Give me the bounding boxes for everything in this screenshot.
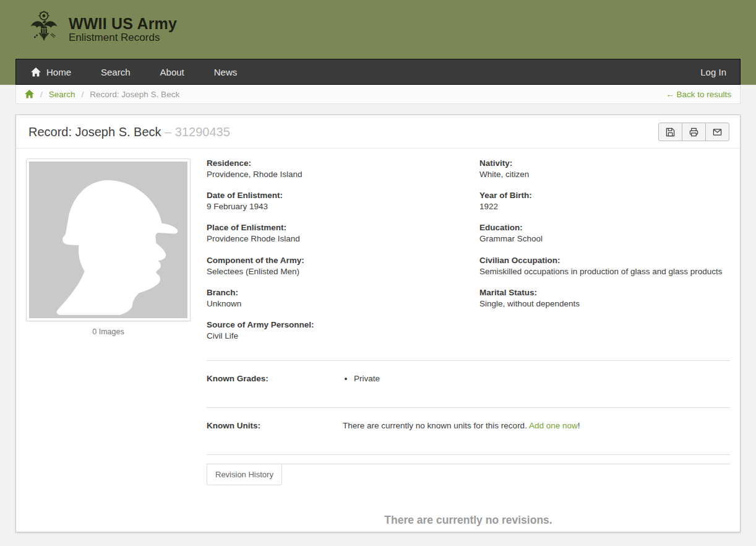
known-units-section: Known Units: There are currently no know… — [207, 408, 730, 446]
image-count-caption: 0 Images — [26, 327, 191, 336]
record-title: Record: Joseph S. Beck — [28, 125, 161, 139]
field-civilian-occupation: Civilian Occupation: Semiskilled occupat… — [479, 256, 730, 277]
breadcrumb-separator: / — [82, 90, 84, 99]
soldier-silhouette-icon — [29, 162, 187, 318]
grade-item: Private — [354, 374, 380, 383]
email-icon — [713, 128, 722, 137]
revision-tab-strip: Revision History — [207, 464, 730, 485]
site-title: WWII US Army — [69, 15, 177, 32]
field-component-of-army: Component of the Army: Selectees (Enlist… — [207, 256, 457, 277]
record-id: – 31290435 — [165, 125, 230, 139]
field-year-of-birth: Year of Birth: 1922 — [479, 191, 730, 212]
field-nativity: Nativity: White, citizen — [479, 158, 730, 180]
site-title-block: WWII US Army Enlistment Records — [69, 15, 177, 44]
known-grades-label: Known Grades: — [207, 374, 343, 383]
record-action-buttons — [658, 123, 729, 141]
nav-label-search: Search — [101, 67, 131, 77]
known-grades-section: Known Grades: Private — [207, 361, 730, 399]
login-button[interactable]: Log In — [687, 59, 740, 84]
add-unit-exclamation: ! — [578, 421, 580, 430]
nav-label-news: News — [214, 67, 238, 77]
save-button[interactable] — [658, 123, 682, 141]
page: WWII US Army Enlistment Records Home Sea… — [0, 0, 756, 546]
site-subtitle: Enlistment Records — [69, 32, 177, 44]
field-education: Education: Grammar School — [479, 223, 730, 245]
nav-item-news[interactable]: News — [199, 59, 252, 84]
record-details: Residence: Providence, Rhode Island Nati… — [207, 158, 730, 527]
nav-item-search[interactable]: Search — [86, 59, 145, 84]
record-card-body: 0 Images Residence: Providence, Rhode Is… — [16, 149, 740, 537]
record-card: Record: Joseph S. Beck – 31290435 — [15, 115, 741, 532]
tab-revision-history[interactable]: Revision History — [207, 464, 282, 485]
breadcrumb-search-link[interactable]: Search — [49, 90, 75, 99]
site-branding: WWII US Army Enlistment Records — [0, 0, 756, 59]
page-title: Record: Joseph S. Beck – 31290435 — [28, 125, 230, 139]
nav-label-home: Home — [46, 67, 71, 77]
email-button[interactable] — [705, 123, 729, 141]
record-card-header: Record: Joseph S. Beck – 31290435 — [16, 115, 740, 149]
known-units-empty-text: There are currently no known units for t… — [343, 421, 527, 430]
nav-item-home[interactable]: Home — [16, 59, 86, 84]
known-units-empty: There are currently no known units for t… — [343, 421, 580, 430]
record-fields: Residence: Providence, Rhode Island Nati… — [207, 158, 730, 352]
breadcrumb-current: Record: Joseph S. Beck — [90, 90, 179, 99]
field-marital-status: Marital Status: Single, without dependen… — [479, 288, 730, 310]
record-image-thumbnail[interactable] — [26, 158, 191, 321]
print-button[interactable] — [682, 123, 706, 141]
army-eagle-seal-icon — [30, 11, 58, 48]
breadcrumb-home-icon[interactable] — [25, 90, 34, 98]
print-icon — [689, 128, 698, 137]
home-icon — [31, 67, 41, 77]
breadcrumb-separator: / — [40, 90, 43, 99]
breadcrumb: / Search / Record: Joseph S. Beck ← Back… — [15, 85, 741, 104]
field-source-of-personnel: Source of Army Personnel: Civil Life — [207, 320, 457, 342]
main-navbar: Home Search About News Log In — [15, 59, 741, 85]
save-icon — [666, 128, 675, 137]
field-date-of-enlistment: Date of Enlistment: 9 February 1943 — [207, 191, 457, 212]
nav-item-about[interactable]: About — [145, 59, 199, 84]
known-grades-list: Private — [343, 374, 380, 383]
record-image-column: 0 Images — [26, 158, 191, 527]
field-place-of-enlistment: Place of Enlistment: Providence Rhode Is… — [207, 223, 457, 245]
field-residence: Residence: Providence, Rhode Island — [207, 158, 457, 180]
nav-label-about: About — [160, 67, 184, 77]
section-divider — [207, 454, 730, 455]
add-unit-link[interactable]: Add one now — [529, 421, 578, 430]
site-header: WWII US Army Enlistment Records Home Sea… — [0, 0, 756, 85]
no-revisions-message: There are currently no revisions. — [207, 514, 730, 527]
known-units-label: Known Units: — [207, 421, 343, 430]
field-branch: Branch: Unknown — [207, 288, 457, 310]
back-to-results-link[interactable]: ← Back to results — [666, 90, 731, 99]
